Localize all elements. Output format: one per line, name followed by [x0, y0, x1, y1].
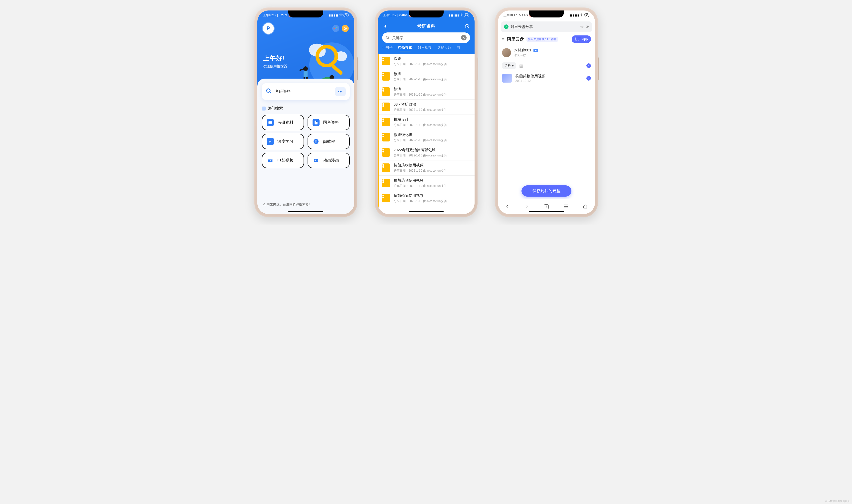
svg-point-31 [315, 142, 316, 143]
source-tab[interactable]: 盘搜大师 [437, 46, 451, 51]
share-icon[interactable] [332, 25, 339, 32]
source-tab[interactable]: 阿里盘搜 [418, 46, 432, 51]
nav-forward-icon[interactable] [525, 204, 530, 210]
result-meta: 分享日期：2022-1-10 由-niceso.fun提供 [394, 93, 447, 97]
wifi-icon [580, 14, 583, 17]
chevron-down-icon: ▾ [512, 64, 514, 68]
nav-home-icon[interactable] [583, 204, 588, 210]
hot-chip-0[interactable]: 考研资料 [262, 115, 304, 130]
avatar[interactable] [502, 48, 511, 57]
status-time: 上午10:17 | 0.2K/s [263, 13, 287, 17]
result-name: 2022考研政治徐涛强化班 [394, 148, 447, 152]
validity-label: 永久有效 [514, 53, 538, 57]
refresh-icon[interactable]: ⟳ [586, 24, 589, 29]
back-button[interactable] [382, 23, 388, 29]
save-to-drive-button[interactable]: 保存到我的云盘 [521, 185, 571, 197]
svg-point-27 [317, 140, 317, 141]
main-content: 热门搜索 考研资料国考资料T≡深度学习ps教程电影视频动画漫画 ⚠ 阿里网盘、百… [258, 78, 354, 214]
file-check[interactable]: ✓ [586, 76, 591, 80]
hot-search-label: 热门搜索 [268, 106, 283, 111]
menu-icon[interactable]: ≡ [502, 37, 505, 42]
result-item[interactable]: 机械设计分享日期：2022-1-10 由-niceso.fun提供 [378, 115, 475, 130]
result-item[interactable]: 抗菌药物使用视频分享日期：2022-1-10 由-niceso.fun提供 [378, 160, 475, 176]
home-indicator[interactable] [529, 211, 564, 212]
home-indicator[interactable] [288, 211, 323, 212]
result-item[interactable]: 徐涛强化班分享日期：2022-1-10 由-niceso.fun提供 [378, 130, 475, 145]
result-item[interactable]: 2022考研政治徐涛强化班分享日期：2022-1-10 由-niceso.fun… [378, 145, 475, 160]
svg-rect-36 [314, 159, 318, 162]
search-input[interactable] [275, 89, 332, 94]
status-time: 上午10:17 | 5.1K/s [503, 13, 528, 17]
status-time: 上午10:17 | 2.4K/s [383, 13, 408, 17]
svg-point-32 [316, 142, 316, 143]
archive-icon [382, 133, 390, 142]
chip-icon [267, 157, 274, 164]
svg-rect-19 [268, 121, 272, 122]
svg-point-17 [267, 89, 270, 92]
results-list[interactable]: 徐涛分享日期：2022-1-10 由-niceso.fun提供徐涛分享日期：20… [378, 54, 475, 214]
uploader-row: 木林森001 ✦ 永久有效 [498, 47, 595, 60]
result-meta: 分享日期：2022-1-10 由-niceso.fun提供 [394, 138, 447, 142]
nav-menu-icon[interactable] [563, 204, 568, 209]
result-meta: 分享日期：2022-1-10 由-niceso.fun提供 [394, 77, 447, 82]
phone-mockup-2: 上午10:17 | 2.4K/s ⏰ ▮▮▮ ▮▮▮ 86 考研资料 [375, 7, 478, 217]
bookmark-icon[interactable]: ☆ [580, 24, 584, 29]
archive-icon [382, 194, 390, 202]
search-go-button[interactable] [335, 87, 346, 96]
verified-badge-icon: ✦ [533, 49, 538, 52]
battery-icon: 86 [584, 14, 589, 17]
sort-button[interactable]: 名称 ▾ [502, 62, 516, 69]
hot-chip-4[interactable]: 电影视频 [262, 153, 304, 168]
result-item[interactable]: 03 - 考研政治分享日期：2022-1-10 由-niceso.fun提供 [378, 100, 475, 115]
chip-icon [313, 138, 320, 145]
result-item[interactable]: 徐涛分享日期：2022-1-10 由-niceso.fun提供 [378, 54, 475, 69]
sort-row: 名称 ▾ ▦ ✓ [498, 60, 595, 71]
result-item[interactable]: 抗菌药物使用视频分享日期：2022-1-10 由-niceso.fun提供 [378, 176, 475, 191]
svg-point-1 [336, 27, 337, 28]
hot-chip-2[interactable]: T≡深度学习 [262, 134, 304, 149]
result-item[interactable]: 徐涛分享日期：2022-1-10 由-niceso.fun提供 [378, 69, 475, 84]
select-all-check[interactable]: ✓ [586, 64, 591, 68]
app-logo[interactable]: P [263, 23, 274, 34]
view-toggle-icon[interactable]: ▦ [519, 64, 523, 68]
promo-badge[interactable]: 新用户注册领 1TB 容量 [527, 37, 558, 42]
chip-label: 考研资料 [277, 120, 293, 125]
source-tab[interactable]: 网 [457, 46, 460, 51]
phone-mockup-3: 上午10:17 | 5.1K/s ⏰ ▮▮▮ ▮▮▮ 86 ✓ 阿里云盘分享 ☆… [495, 7, 598, 217]
section-badge-icon [262, 107, 266, 110]
search-icon [266, 88, 272, 95]
history-button[interactable] [464, 23, 470, 29]
result-item[interactable]: 徐涛分享日期：2022-1-10 由-niceso.fun提供 [378, 84, 475, 100]
hot-chip-3[interactable]: ps教程 [307, 134, 350, 149]
search-bar[interactable] [262, 83, 350, 100]
result-meta: 分享日期：2022-1-10 由-niceso.fun提供 [394, 184, 447, 188]
clear-button[interactable]: ✕ [461, 35, 466, 40]
svg-point-2 [336, 29, 337, 30]
open-app-button[interactable]: 打开 App [572, 35, 591, 43]
address-bar[interactable]: ✓ 阿里云盘分享 ☆ ⟳ [501, 21, 592, 32]
signal-icon: ▮▮▮ [569, 14, 574, 17]
search-bar[interactable]: ✕ [382, 33, 470, 43]
archive-icon [382, 148, 390, 157]
home-indicator[interactable] [409, 211, 444, 212]
svg-rect-35 [268, 159, 272, 160]
chip-label: 国考资料 [323, 120, 339, 125]
source-tab[interactable]: 小贝子 [382, 46, 393, 51]
archive-icon [382, 87, 390, 96]
hot-chip-5[interactable]: 动画漫画 [307, 153, 350, 168]
search-input[interactable] [392, 36, 459, 40]
result-name: 抗菌药物使用视频 [394, 178, 447, 183]
file-row[interactable]: 抗菌药物使用视频 2021-10-12 ✓ [498, 71, 595, 86]
result-name: 徐涛 [394, 72, 447, 76]
nav-back-icon[interactable] [505, 204, 510, 210]
result-item[interactable]: 抗菌药物使用视频分享日期：2022-1-10 由-niceso.fun提供 [378, 191, 475, 206]
brand-row: ≡ 阿里云盘 新用户注册领 1TB 容量 打开 App [498, 32, 595, 47]
history-icon[interactable] [342, 25, 349, 32]
footer-note: ⚠ 阿里网盘、百度网资源搜索器! [263, 202, 310, 206]
address-text: 阿里云盘分享 [511, 24, 533, 29]
tabs-button[interactable]: 3 [544, 204, 549, 209]
result-name: 抗菌药物使用视频 [394, 163, 447, 168]
source-tab[interactable]: 奈斯搜索 [398, 46, 412, 51]
hot-chip-1[interactable]: 国考资料 [307, 115, 350, 130]
archive-icon [382, 72, 390, 80]
